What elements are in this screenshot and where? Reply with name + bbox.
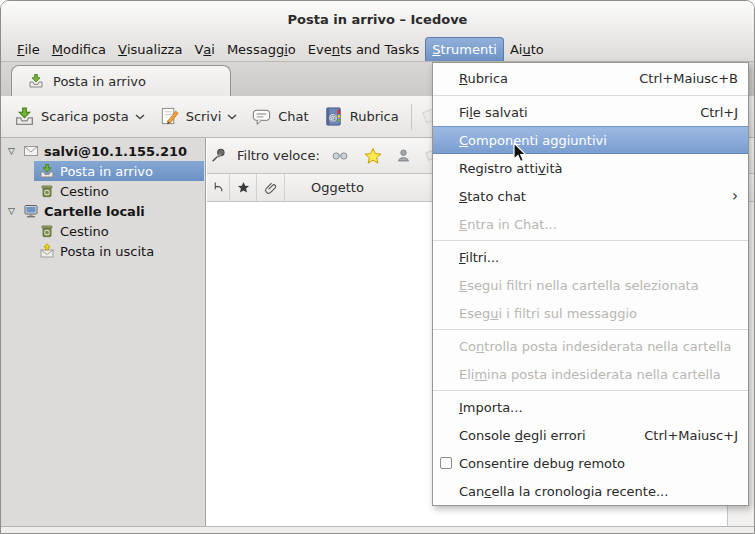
subject-column-label: Oggetto [311, 180, 364, 195]
get-mail-label: Scarica posta [41, 109, 129, 124]
folder-label: Posta in uscita [60, 244, 154, 259]
starred-column-header[interactable] [230, 174, 257, 201]
icedove-window: Posta in arrivo – Icedove FileModificaVi… [0, 0, 755, 534]
folder-row-posta-in-uscita[interactable]: Posta in uscita [34, 241, 204, 261]
folder-pane: ▽salvi@10.1.155.210Posta in arrivoCestin… [1, 138, 206, 526]
menu-item-label: Consentire debug remoto [459, 456, 738, 471]
unread-filter-icon[interactable] [332, 151, 348, 161]
outbox-icon [39, 243, 55, 259]
menubar: FileModificaVisualizzaVaiMessaggioEvents… [1, 37, 754, 61]
quick-filter-label: Filtro veloce: [237, 148, 320, 163]
address-book-button[interactable]: Rubrica [316, 102, 406, 131]
chat-icon [251, 106, 272, 127]
menu-item-esegui-i-filtri-sul-messaggio: Esegui i filtri sul messaggio [433, 299, 748, 327]
inbox-icon [39, 163, 55, 179]
folder-label: Cartelle locali [44, 204, 145, 219]
thread-icon [213, 181, 224, 194]
chevron-down-icon [135, 114, 145, 120]
submenu-arrow-icon: › [714, 189, 738, 204]
local-folders-icon [23, 203, 39, 219]
menu-item-stato-chat[interactable]: Stato chat› [433, 182, 748, 210]
menubar-item-visualizza[interactable]: Visualizza [112, 37, 188, 61]
status-bar [1, 526, 754, 533]
menubar-item-strumenti[interactable]: Strumenti [425, 37, 504, 61]
compose-label: Scrivi [186, 109, 222, 124]
menubar-item-modifica[interactable]: Modifica [46, 37, 112, 61]
address-book-label: Rubrica [350, 109, 399, 124]
menu-item-file-salvati[interactable]: File salvatiCtrl+J [433, 98, 748, 126]
folder-row-posta-in-arrivo[interactable]: Posta in arrivo [34, 161, 204, 181]
tab-label: Posta in arrivo [53, 74, 146, 89]
titlebar[interactable]: Posta in arrivo – Icedove [1, 1, 754, 37]
folder-row-cestino[interactable]: Cestino [34, 221, 204, 241]
pin-icon[interactable] [210, 147, 227, 164]
chevron-down-icon [227, 114, 237, 120]
toolbar-separator [411, 104, 412, 130]
thread-column-header[interactable] [207, 174, 230, 201]
get-mail-button[interactable]: Scarica posta [7, 102, 152, 131]
menu-item-consentire-debug-remoto[interactable]: Consentire debug remoto [433, 449, 748, 477]
folder-label: salvi@10.1.155.210 [44, 144, 187, 159]
folder-label: Posta in arrivo [60, 164, 153, 179]
menu-item-label: Console degli errori [459, 428, 626, 443]
folder-row-cartelle-locali[interactable]: ▽Cartelle locali [1, 201, 204, 221]
folder-row-salvi-10-1-155-210[interactable]: ▽salvi@10.1.155.210 [1, 141, 204, 161]
menu-item-console-degli-errori[interactable]: Console degli erroriCtrl+Maiusc+J [433, 421, 748, 449]
menu-separator [433, 390, 748, 391]
menu-item-label: Esegui i filtri sul messaggio [459, 306, 738, 321]
menu-separator [433, 240, 748, 241]
trash-icon [39, 223, 55, 239]
compose-button[interactable]: Scrivi [152, 102, 245, 131]
expander-triangle-icon[interactable]: ▽ [5, 206, 18, 216]
menu-item-label: Filtri... [459, 250, 738, 265]
tools-menu-popup: RubricaCtrl+Maiusc+BFile salvatiCtrl+JCo… [432, 62, 749, 506]
menu-item-shortcut: Ctrl+Maiusc+J [626, 428, 738, 443]
contact-filter-icon[interactable] [396, 148, 411, 163]
tab-posta-in-arrivo[interactable]: Posta in arrivo [11, 65, 231, 96]
attachment-icon [264, 181, 278, 195]
menu-item-label: Cancella la cronologia recente... [459, 484, 738, 499]
menu-item-filtri[interactable]: Filtri... [433, 243, 748, 271]
window-title: Posta in arrivo – Icedove [288, 12, 468, 27]
attachment-column-header[interactable] [257, 174, 285, 201]
menu-item-elimina-posta-indesiderata-nella-cartella: Elimina posta indesiderata nella cartell… [433, 360, 748, 388]
menubar-item-vai[interactable]: Vai [188, 37, 221, 61]
menu-item-esegui-filtri-nella-cartella-selezionata: Esegui filtri nella cartella selezionata [433, 271, 748, 299]
folder-label: Cestino [60, 184, 109, 199]
menubar-item-events-and-tasks[interactable]: Events and Tasks [302, 37, 426, 61]
menu-item-label: Elimina posta indesiderata nella cartell… [459, 367, 738, 382]
menu-item-shortcut: Ctrl+Maiusc+B [621, 71, 738, 86]
menu-item-label: Importa... [459, 400, 738, 415]
menu-item-label: Stato chat [459, 189, 714, 204]
menu-item-label: File salvati [459, 105, 682, 120]
menu-item-label: Controlla posta indesiderata nella carte… [459, 339, 738, 354]
trash-icon [39, 183, 55, 199]
menu-item-componenti-aggiuntivi[interactable]: Componenti aggiuntivi [433, 126, 748, 154]
starred-filter-icon[interactable] [364, 147, 382, 165]
menubar-item-aiuto[interactable]: Aiuto [504, 37, 550, 61]
folder-label: Cestino [60, 224, 109, 239]
menu-separator [433, 95, 748, 96]
menu-item-label: Entra in Chat... [459, 217, 738, 232]
address-book-icon [323, 106, 344, 127]
star-column-icon [237, 181, 250, 194]
menubar-item-messaggio[interactable]: Messaggio [221, 37, 302, 61]
menu-item-entra-in-chat: Entra in Chat... [433, 210, 748, 238]
compose-icon [159, 106, 180, 127]
menu-item-rubrica[interactable]: RubricaCtrl+Maiusc+B [433, 63, 748, 93]
menu-item-cancella-la-cronologia-recente[interactable]: Cancella la cronologia recente... [433, 477, 748, 505]
checkbox[interactable] [433, 457, 459, 469]
menu-item-controlla-posta-indesiderata-nella-cartella: Controlla posta indesiderata nella carte… [433, 332, 748, 360]
menu-item-registro-attivit[interactable]: Registro attività [433, 154, 748, 182]
folder-row-cestino[interactable]: Cestino [34, 181, 204, 201]
menu-item-importa[interactable]: Importa... [433, 393, 748, 421]
debug-checkbox-unchecked[interactable] [440, 457, 452, 469]
menubar-item-file[interactable]: File [11, 37, 46, 61]
chat-label: Chat [278, 109, 308, 124]
menu-separator [433, 329, 748, 330]
menu-item-label: Registro attività [459, 161, 738, 176]
mail-account-icon [23, 143, 39, 159]
chat-button[interactable]: Chat [244, 102, 315, 131]
expander-triangle-icon[interactable]: ▽ [5, 146, 18, 156]
menu-item-shortcut: Ctrl+J [682, 105, 738, 120]
